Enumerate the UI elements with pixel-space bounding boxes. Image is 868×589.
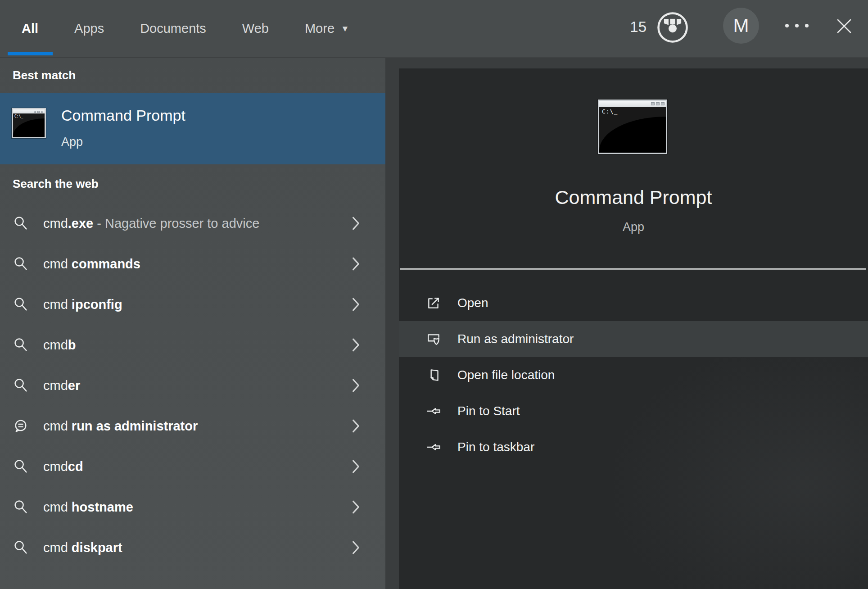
pin-icon	[426, 439, 441, 455]
chevron-right-icon	[351, 459, 361, 474]
pin-icon	[426, 403, 441, 419]
terminal-prompt-text: C:\_	[14, 114, 23, 118]
launch-icon	[426, 295, 441, 311]
suggestion-text: cmdb	[43, 338, 76, 353]
chevron-right-icon	[351, 540, 361, 555]
chevron-right-icon	[351, 216, 361, 231]
chevron-right-icon	[351, 378, 361, 393]
app-actions-list: Open Run as administrator Open file loca…	[399, 285, 868, 465]
best-match-header: Best match	[13, 68, 76, 82]
chevron-right-icon	[351, 297, 361, 312]
tab-documents[interactable]: Documents	[138, 0, 208, 57]
more-options-ellipsis-icon[interactable]	[785, 21, 809, 30]
action-label: Run as administrator	[457, 332, 574, 346]
tab-label: Documents	[140, 21, 206, 36]
tab-label: Apps	[74, 21, 104, 36]
best-match-result-command-prompt[interactable]: C:\_ Command Prompt App	[0, 93, 385, 164]
suggestion-cmd-diskpart[interactable]: cmd diskpart	[0, 527, 385, 568]
suggestion-cmd-ipconfig[interactable]: cmd ipconfig	[0, 284, 385, 325]
action-label: Pin to taskbar	[457, 440, 534, 454]
search-icon	[13, 215, 29, 231]
action-run-as-administrator[interactable]: Run as administrator	[399, 321, 868, 357]
chevron-right-icon	[351, 256, 361, 272]
preview-app-type: App	[399, 220, 868, 234]
action-pin-to-taskbar[interactable]: Pin to taskbar	[399, 429, 868, 465]
web-suggestions-list: cmd.exe - Nagative prosser to advice cmd…	[0, 203, 385, 568]
tab-label: Web	[242, 21, 269, 36]
terminal-prompt-text: C:\_	[602, 108, 618, 115]
chevron-right-icon	[351, 418, 361, 434]
tab-apps[interactable]: Apps	[72, 0, 106, 57]
suggestion-text: cmd run as administrator	[43, 419, 198, 434]
chat-suggestion-icon	[13, 418, 29, 434]
tab-web[interactable]: Web	[240, 0, 271, 57]
rewards-medal-icon[interactable]	[656, 11, 689, 44]
filter-tabs: All Apps Documents Web More ▼	[20, 0, 351, 57]
search-icon	[13, 377, 29, 394]
search-icon	[13, 458, 29, 475]
preview-pane: C:\_ Command Prompt App Open Run as admi…	[399, 68, 868, 589]
search-icon	[13, 296, 29, 313]
action-pin-to-start[interactable]: Pin to Start	[399, 393, 868, 429]
chevron-down-icon: ▼	[341, 24, 349, 34]
action-label: Open file location	[457, 368, 555, 382]
best-match-type: App	[61, 135, 83, 149]
chevron-right-icon	[351, 337, 361, 353]
suggestion-text: cmd hostname	[43, 500, 133, 515]
chevron-right-icon	[351, 499, 361, 515]
file-location-icon	[426, 367, 441, 383]
suggestion-cmdb[interactable]: cmdb	[0, 325, 385, 365]
action-open[interactable]: Open	[399, 285, 868, 321]
suggestion-cmd-hostname[interactable]: cmd hostname	[0, 487, 385, 527]
avatar-initial: M	[733, 15, 749, 36]
search-icon	[13, 539, 29, 556]
search-results-panel: Best match C:\_ Command Prompt App Searc…	[0, 58, 385, 589]
command-prompt-icon: C:\_	[12, 108, 46, 138]
suggestion-cmd-commands[interactable]: cmd commands	[0, 244, 385, 284]
tab-label: All	[22, 21, 38, 36]
search-icon	[13, 256, 29, 272]
suggestion-cmd-run-as-administrator[interactable]: cmd run as administrator	[0, 406, 385, 446]
divider	[400, 268, 866, 270]
tab-all[interactable]: All	[20, 0, 40, 57]
suggestion-cmder[interactable]: cmder	[0, 365, 385, 406]
suggestion-cmd-exe[interactable]: cmd.exe - Nagative prosser to advice	[0, 203, 385, 244]
suggestion-text: cmd diskpart	[43, 540, 122, 555]
tab-label: More	[305, 21, 335, 36]
suggestion-cmdcd[interactable]: cmdcd	[0, 446, 385, 487]
suggestion-text: cmd ipconfig	[43, 297, 122, 312]
rewards-points-count: 15	[630, 18, 646, 36]
account-avatar[interactable]: M	[723, 8, 759, 44]
action-open-file-location[interactable]: Open file location	[399, 357, 868, 393]
action-label: Pin to Start	[457, 404, 520, 418]
search-the-web-header: Search the web	[13, 177, 99, 191]
suggestion-text: cmder	[43, 378, 80, 393]
search-top-bar: All Apps Documents Web More ▼ 15 M	[0, 0, 868, 58]
action-label: Open	[457, 296, 488, 310]
suggestion-text: cmd.exe - Nagative prosser to advice	[43, 216, 259, 231]
close-icon[interactable]	[835, 17, 853, 35]
command-prompt-icon-large: C:\_	[598, 100, 667, 154]
admin-shield-icon	[426, 331, 441, 347]
suggestion-text: cmdcd	[43, 459, 83, 474]
preview-app-title: Command Prompt	[399, 186, 868, 208]
search-icon	[13, 499, 29, 515]
tab-more[interactable]: More ▼	[303, 0, 351, 57]
best-match-title: Command Prompt	[61, 107, 185, 124]
suggestion-text: cmd commands	[43, 257, 140, 272]
search-icon	[13, 337, 29, 353]
